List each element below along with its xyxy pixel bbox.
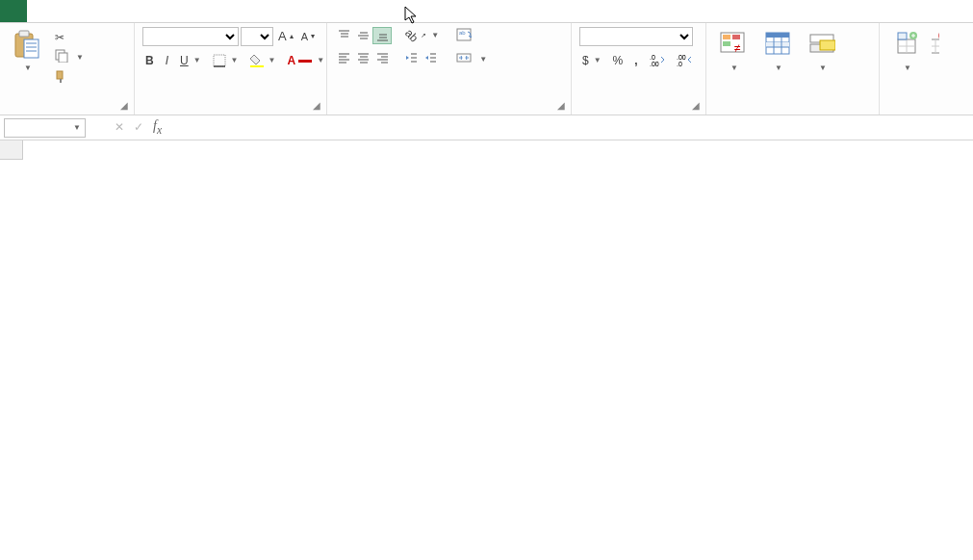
number-format-select[interactable] [579, 27, 693, 46]
group-label-styles [714, 113, 871, 115]
chevron-down-icon: ▼ [24, 62, 32, 74]
svg-text:.0: .0 [677, 61, 682, 67]
svg-rect-1 [19, 31, 29, 37]
italic-button[interactable]: I [163, 52, 171, 69]
group-font: A▴ A▾ B I U▼ ▼ ▼ A▼ ◢ [135, 23, 327, 115]
fx-icon[interactable]: fx [153, 118, 162, 137]
group-cells: ▼ [880, 23, 947, 115]
insert-cells-button[interactable]: ▼ [887, 27, 926, 76]
group-label-cells [887, 113, 939, 115]
shrink-font-button[interactable]: A▾ [298, 28, 318, 45]
delete-cells-button[interactable] [932, 27, 939, 64]
dialog-launcher-icon[interactable]: ◢ [120, 101, 132, 113]
cell-styles-button[interactable]: ▼ [803, 27, 841, 76]
decrease-decimal-button[interactable]: .00.0 [674, 53, 695, 68]
scissors-icon: ✂ [55, 30, 64, 45]
ribbon: ▼ ✂ ▼ ◢ [0, 23, 973, 115]
copy-icon [55, 49, 68, 66]
chevron-down-icon: ▼ [479, 52, 487, 67]
group-number: $▼ % , .0.00 .00.0 ◢ [572, 23, 706, 115]
increase-indent-button[interactable] [422, 50, 439, 65]
cell-styles-icon [807, 29, 837, 60]
chevron-down-icon: ▼ [73, 123, 81, 132]
font-color-button[interactable]: A▼ [284, 52, 327, 69]
cancel-formula-button[interactable]: ✕ [115, 120, 124, 134]
copy-button[interactable]: ▼ [52, 48, 87, 67]
svg-point-72 [938, 32, 939, 39]
fill-color-button[interactable]: ▼ [247, 52, 279, 69]
cut-button[interactable]: ✂ [52, 29, 87, 46]
conditional-formatting-icon: ≠ [718, 29, 749, 60]
align-center-button[interactable] [354, 50, 371, 65]
spreadsheet-grid [0, 140, 973, 560]
border-button[interactable]: ▼ [210, 52, 242, 69]
select-all-corner[interactable] [0, 140, 23, 160]
group-label-number [579, 113, 698, 115]
insert-cells-icon [891, 29, 922, 60]
group-label-font [142, 113, 319, 115]
decrease-indent-button[interactable] [402, 50, 420, 65]
svg-rect-48 [723, 35, 730, 39]
group-clipboard: ▼ ✂ ▼ ◢ [0, 23, 135, 115]
comma-button[interactable]: , [631, 52, 640, 69]
svg-text:.00: .00 [650, 61, 659, 67]
percent-button[interactable]: % [610, 52, 627, 69]
svg-text:.0: .0 [650, 54, 655, 61]
align-bottom-button[interactable] [373, 28, 391, 43]
wrap-icon: ab [456, 28, 472, 45]
dialog-launcher-icon[interactable]: ◢ [557, 101, 569, 113]
svg-rect-9 [214, 55, 225, 66]
svg-rect-12 [298, 60, 312, 63]
align-top-button[interactable] [335, 28, 352, 43]
paste-icon [12, 29, 42, 60]
svg-rect-2 [24, 39, 38, 58]
name-box[interactable]: ▼ [4, 118, 86, 138]
svg-text:.00: .00 [677, 54, 686, 61]
conditional-formatting-button[interactable]: ≠ ▼ [714, 27, 753, 76]
group-styles: ≠ ▼ ▼ ▼ [706, 23, 880, 115]
svg-rect-49 [732, 35, 740, 39]
table-icon [762, 29, 793, 60]
format-as-table-button[interactable]: ▼ [758, 27, 797, 76]
font-name-select[interactable] [142, 27, 239, 46]
group-label-alignment [335, 113, 563, 115]
paste-button[interactable]: ▼ [8, 27, 46, 76]
svg-rect-7 [59, 53, 67, 63]
tab-file[interactable] [0, 0, 27, 22]
merge-center-button[interactable]: ▼ [453, 50, 490, 69]
svg-rect-50 [723, 41, 730, 46]
merge-icon [456, 51, 472, 68]
orientation-button[interactable]: ab↗▼ [402, 27, 442, 44]
svg-text:ab: ab [459, 30, 466, 36]
svg-rect-11 [250, 65, 264, 67]
group-alignment: ab↗▼ ab ▼ [327, 23, 572, 115]
formula-bar: ▼ ✕ ✓ fx [0, 115, 973, 140]
wrap-text-button[interactable]: ab [453, 27, 490, 46]
svg-rect-65 [898, 33, 907, 39]
paintbrush-icon [55, 70, 68, 88]
font-size-select[interactable] [241, 27, 273, 46]
svg-rect-61 [820, 40, 835, 50]
format-painter-button[interactable] [52, 69, 87, 89]
enter-formula-button[interactable]: ✓ [134, 120, 143, 134]
bold-button[interactable]: B [142, 52, 157, 69]
ribbon-tabs [0, 0, 973, 23]
svg-rect-8 [57, 71, 63, 79]
group-label-clipboard [8, 113, 126, 115]
svg-rect-55 [766, 42, 789, 47]
svg-text:≠: ≠ [734, 41, 741, 55]
align-right-button[interactable] [373, 50, 391, 65]
underline-button[interactable]: U▼ [177, 52, 204, 69]
chevron-down-icon: ▼ [76, 50, 84, 65]
align-left-button[interactable] [335, 50, 352, 65]
svg-rect-53 [766, 33, 789, 38]
dialog-launcher-icon[interactable]: ◢ [692, 101, 704, 113]
increase-decimal-button[interactable]: .0.00 [647, 53, 668, 68]
delete-cells-icon [932, 29, 939, 60]
accounting-button[interactable]: $▼ [579, 52, 604, 69]
dialog-launcher-icon[interactable]: ◢ [313, 101, 324, 113]
grow-font-button[interactable]: A▴ [275, 28, 296, 45]
align-middle-button[interactable] [354, 28, 371, 43]
